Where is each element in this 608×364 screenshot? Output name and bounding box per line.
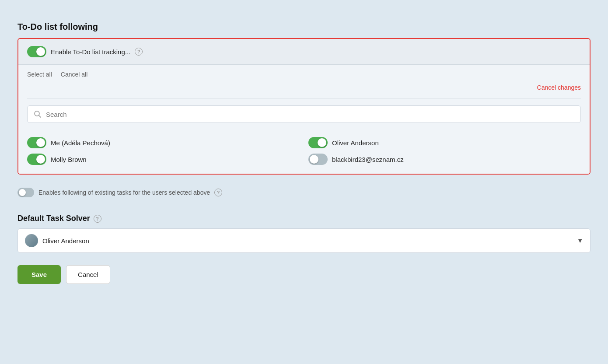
user-name-2: Oliver Anderson bbox=[332, 139, 379, 147]
enable-todo-help-icon[interactable]: ? bbox=[135, 48, 143, 56]
save-button[interactable]: Save bbox=[17, 265, 61, 284]
todo-tracking-box: Enable To-Do list tracking... ? Select a… bbox=[17, 38, 591, 175]
search-icon bbox=[34, 110, 42, 118]
buttons-row: Save Cancel bbox=[17, 265, 591, 284]
cancel-changes-button[interactable]: Cancel changes bbox=[537, 84, 581, 91]
cancel-all-link[interactable]: Cancel all bbox=[61, 71, 87, 78]
chevron-down-icon: ▼ bbox=[577, 237, 583, 244]
search-section bbox=[18, 98, 590, 130]
section-title: To-Do list following bbox=[17, 22, 591, 32]
user-toggle-3[interactable] bbox=[308, 154, 328, 165]
user-row: Oliver Anderson bbox=[308, 137, 581, 148]
default-solver-section: Default Task Solver ? Oliver Anderson ▼ bbox=[17, 214, 591, 253]
users-grid: Me (Adéla Pechová) Oliver Anderson Molly… bbox=[18, 130, 590, 174]
select-all-link[interactable]: Select all bbox=[27, 71, 52, 78]
default-solver-title: Default Task Solver ? bbox=[17, 214, 591, 223]
enable-toggle-row: Enable To-Do list tracking... ? bbox=[18, 39, 590, 65]
user-toggle-1[interactable] bbox=[27, 154, 46, 165]
select-all-row: Select all Cancel all bbox=[18, 65, 590, 84]
default-solver-help-icon[interactable]: ? bbox=[94, 215, 101, 223]
enable-todo-toggle[interactable] bbox=[27, 46, 46, 57]
user-name-3: blackbird23@seznam.cz bbox=[332, 156, 404, 163]
existing-tasks-row: Enables following of existing tasks for … bbox=[17, 182, 591, 203]
user-name-1: Molly Brown bbox=[51, 156, 87, 163]
user-name-0: Me (Adéla Pechová) bbox=[51, 139, 110, 147]
cancel-button[interactable]: Cancel bbox=[66, 265, 110, 284]
svg-line-1 bbox=[39, 116, 41, 118]
existing-tasks-label: Enables following of existing tasks for … bbox=[38, 189, 210, 196]
user-row: blackbird23@seznam.cz bbox=[308, 154, 581, 165]
user-row: Me (Adéla Pechová) bbox=[27, 137, 300, 148]
solver-name: Oliver Anderson bbox=[42, 237, 89, 245]
enable-todo-label: Enable To-Do list tracking... bbox=[51, 48, 130, 56]
user-toggle-0[interactable] bbox=[27, 137, 46, 148]
page-container: To-Do list following Enable To-Do list t… bbox=[9, 9, 599, 364]
existing-tasks-toggle[interactable] bbox=[17, 188, 34, 197]
user-row: Molly Brown bbox=[27, 154, 300, 165]
search-box bbox=[27, 105, 581, 123]
search-input[interactable] bbox=[46, 111, 574, 118]
solver-dropdown[interactable]: Oliver Anderson ▼ bbox=[17, 228, 591, 253]
user-toggle-2[interactable] bbox=[308, 137, 328, 148]
existing-tasks-help-icon[interactable]: ? bbox=[214, 189, 222, 196]
cancel-changes-row: Cancel changes bbox=[18, 84, 590, 98]
solver-left: Oliver Anderson bbox=[25, 234, 89, 247]
avatar bbox=[25, 234, 38, 247]
